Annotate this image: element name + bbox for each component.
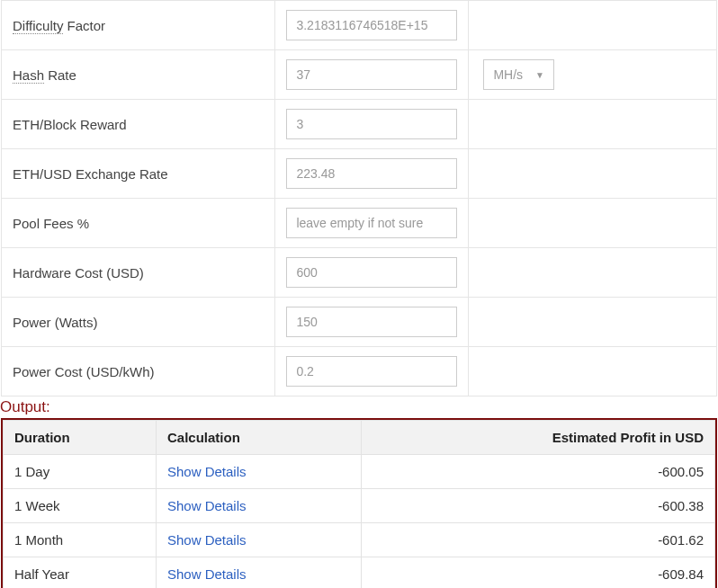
profit-cell: -600.05 xyxy=(362,455,715,489)
table-row: 1 Week Show Details -600.38 xyxy=(4,489,715,523)
table-row: 1 Month Show Details -601.62 xyxy=(4,523,715,557)
empty-cell xyxy=(469,100,717,149)
show-details-link[interactable]: Show Details xyxy=(167,532,247,548)
hardware-cost-input[interactable] xyxy=(286,257,457,288)
power-watts-label: Power (Watts) xyxy=(2,298,275,347)
hash-rate-label: Hash Rate xyxy=(2,50,275,100)
hash-unit-value: MH/s xyxy=(493,67,523,82)
block-reward-input[interactable] xyxy=(286,109,457,139)
empty-cell xyxy=(469,1,717,50)
difficulty-input[interactable] xyxy=(286,10,457,40)
empty-cell xyxy=(469,248,717,298)
empty-cell xyxy=(469,199,717,248)
show-details-link[interactable]: Show Details xyxy=(167,498,247,513)
profit-cell: -600.38 xyxy=(362,489,715,523)
empty-cell xyxy=(469,347,717,396)
empty-cell xyxy=(469,149,717,199)
hash-unit-select[interactable]: MH/s ▼ xyxy=(483,59,554,90)
hardware-cost-label: Hardware Cost (USD) xyxy=(2,248,275,298)
input-form-table: Difficulty Factor Hash Rate MH/s ▼ ETH/B… xyxy=(1,0,717,396)
col-duration: Duration xyxy=(4,421,157,455)
output-table: Duration Calculation Estimated Profit in… xyxy=(3,420,715,588)
duration-cell: Half Year xyxy=(4,557,157,589)
duration-cell: 1 Day xyxy=(4,455,157,489)
profit-cell: -601.62 xyxy=(362,523,715,557)
col-profit: Estimated Profit in USD xyxy=(362,421,715,455)
output-heading: Output: xyxy=(0,396,718,418)
difficulty-label: Difficulty Factor xyxy=(2,1,275,50)
duration-cell: 1 Month xyxy=(4,523,157,557)
col-calculation: Calculation xyxy=(157,421,362,455)
power-watts-input[interactable] xyxy=(286,307,457,337)
hash-rate-input[interactable] xyxy=(286,59,457,90)
power-cost-label: Power Cost (USD/kWh) xyxy=(2,347,275,396)
show-details-link[interactable]: Show Details xyxy=(167,464,247,479)
duration-cell: 1 Week xyxy=(4,489,157,523)
table-row: Half Year Show Details -609.84 xyxy=(4,557,715,589)
output-section: Duration Calculation Estimated Profit in… xyxy=(1,418,717,588)
show-details-link[interactable]: Show Details xyxy=(167,566,247,582)
exchange-rate-label: ETH/USD Exchange Rate xyxy=(2,149,275,199)
chevron-down-icon: ▼ xyxy=(535,70,544,80)
block-reward-label: ETH/Block Reward xyxy=(2,100,275,149)
pool-fees-input[interactable] xyxy=(286,208,457,238)
pool-fees-label: Pool Fees % xyxy=(2,199,275,248)
empty-cell xyxy=(469,298,717,347)
exchange-rate-input[interactable] xyxy=(286,158,457,189)
profit-cell: -609.84 xyxy=(362,557,715,589)
power-cost-input[interactable] xyxy=(286,356,457,387)
table-row: 1 Day Show Details -600.05 xyxy=(4,455,715,489)
